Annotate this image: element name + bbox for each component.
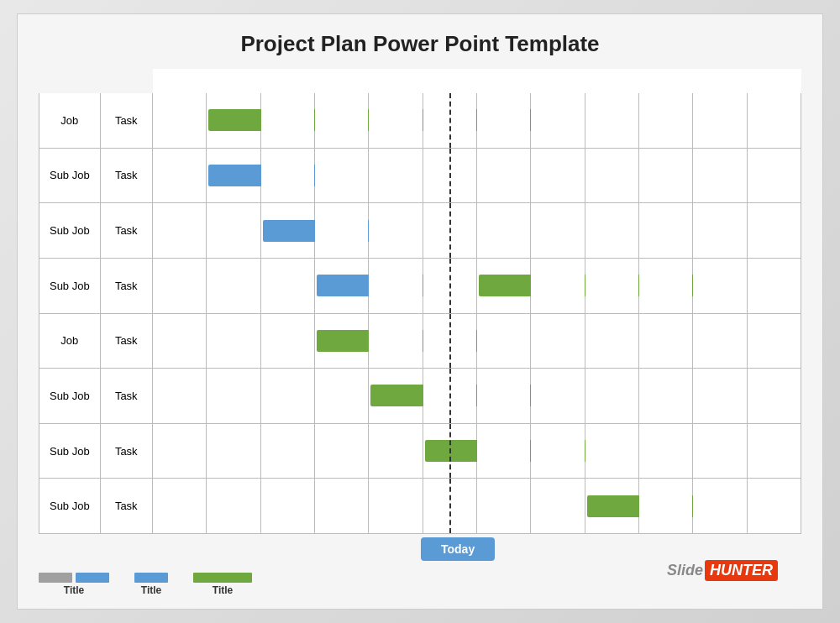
th-empty-job — [39, 70, 101, 93]
month-cell-5 — [423, 313, 476, 369]
legend-label-2: Title — [141, 584, 161, 596]
month-cell-6 — [476, 313, 530, 369]
month-cell-11 — [747, 369, 801, 424]
slide-title: Project Plan Power Point Template — [39, 31, 801, 57]
month-cell-9 — [638, 313, 692, 369]
month-cell-2 — [260, 423, 314, 479]
month-cell-5 — [423, 479, 476, 534]
month-cell-1 — [207, 369, 260, 424]
legend-bars-3 — [193, 573, 252, 583]
month-cell-4 — [369, 203, 423, 259]
th-month-dec: Dec — [747, 70, 801, 93]
month-cell-2 — [260, 93, 314, 149]
month-cell-0 — [152, 93, 206, 149]
month-cell-4 — [369, 313, 423, 369]
month-cell-8 — [585, 203, 638, 259]
today-button[interactable]: Today — [421, 537, 495, 561]
month-cell-5 — [423, 93, 476, 149]
month-cell-10 — [693, 93, 747, 149]
month-cell-1 — [207, 313, 260, 369]
month-cell-9 — [638, 423, 692, 479]
th-month-jan: Jan — [152, 70, 206, 93]
month-cell-7 — [531, 258, 585, 313]
task-name-cell: Task — [100, 479, 152, 534]
task-name-cell: Task — [100, 258, 152, 313]
month-cell-8 — [585, 423, 638, 479]
month-cell-6 — [476, 203, 530, 259]
month-cell-7 — [531, 423, 585, 479]
month-cell-5 — [423, 369, 476, 424]
th-empty-task — [100, 70, 152, 93]
month-cell-0 — [152, 423, 206, 479]
month-cell-9 — [638, 479, 692, 534]
month-cell-8 — [585, 313, 638, 369]
month-cell-1 — [207, 423, 260, 479]
job-name-cell: Job — [39, 313, 101, 369]
month-cell-5 — [423, 148, 476, 203]
month-cell-8 — [585, 93, 638, 149]
table-row: Sub JobTask — [39, 203, 801, 259]
month-cell-6 — [476, 258, 530, 313]
gantt-table: JanFebMarAprMayJunJulAugSepOctNovDec Job… — [39, 69, 801, 534]
month-cell-1 — [207, 479, 260, 534]
month-cell-2 — [260, 313, 314, 369]
month-cell-11 — [747, 93, 801, 149]
month-cell-7 — [531, 93, 585, 149]
month-cell-7 — [531, 369, 585, 424]
task-name-cell: Task — [100, 93, 152, 149]
slide-text: Slide — [667, 562, 703, 579]
month-cell-9 — [638, 148, 692, 203]
month-cell-9 — [638, 258, 692, 313]
month-cell-10 — [693, 203, 747, 259]
legend-bar-gray — [39, 573, 72, 583]
month-cell-1 — [207, 148, 260, 203]
month-cell-10 — [693, 313, 747, 369]
month-cell-1 — [207, 258, 260, 313]
month-cell-10 — [693, 423, 747, 479]
month-cell-0 — [152, 369, 206, 424]
month-cell-3 — [314, 258, 368, 313]
th-month-feb: Feb — [207, 70, 260, 93]
month-cell-3 — [314, 423, 368, 479]
job-name-cell: Sub Job — [39, 479, 101, 534]
month-cell-7 — [531, 479, 585, 534]
task-name-cell: Task — [100, 369, 152, 424]
month-cell-2 — [260, 369, 314, 424]
table-row: JobTask — [39, 93, 801, 149]
month-cell-10 — [693, 258, 747, 313]
month-cell-4 — [369, 258, 423, 313]
job-name-cell: Sub Job — [39, 148, 101, 203]
th-month-jun: Jun — [423, 70, 476, 93]
month-cell-7 — [531, 203, 585, 259]
month-cell-11 — [747, 258, 801, 313]
month-cell-0 — [152, 313, 206, 369]
gantt-wrapper: JanFebMarAprMayJunJulAugSepOctNovDec Job… — [39, 69, 801, 561]
month-cell-11 — [747, 203, 801, 259]
month-cell-3 — [314, 203, 368, 259]
th-month-sep: Sep — [585, 70, 638, 93]
month-cell-6 — [476, 93, 530, 149]
legend-bar-blue — [134, 573, 168, 583]
month-cell-7 — [531, 313, 585, 369]
legend-item-2: Title — [134, 573, 168, 596]
task-name-cell: Task — [100, 148, 152, 203]
month-cell-6 — [476, 479, 530, 534]
job-name-cell: Sub Job — [39, 369, 101, 424]
th-month-nov: Nov — [693, 70, 747, 93]
month-cell-2 — [260, 258, 314, 313]
table-row: Sub JobTask — [39, 258, 801, 313]
month-cell-3 — [314, 148, 368, 203]
th-month-jul: Jul — [476, 70, 530, 93]
month-cell-2 — [260, 479, 314, 534]
month-cell-5 — [423, 203, 476, 259]
legend-item-1: Title — [39, 573, 109, 596]
month-cell-2 — [260, 203, 314, 259]
table-row: Sub JobTask — [39, 423, 801, 479]
job-name-cell: Sub Job — [39, 423, 101, 479]
hunter-text: HUNTER — [705, 560, 778, 581]
table-row: Sub JobTask — [39, 148, 801, 203]
month-cell-11 — [747, 148, 801, 203]
month-cell-4 — [369, 369, 423, 424]
slide-hunter-logo: Slide HUNTER — [667, 560, 778, 581]
month-cell-10 — [693, 479, 747, 534]
